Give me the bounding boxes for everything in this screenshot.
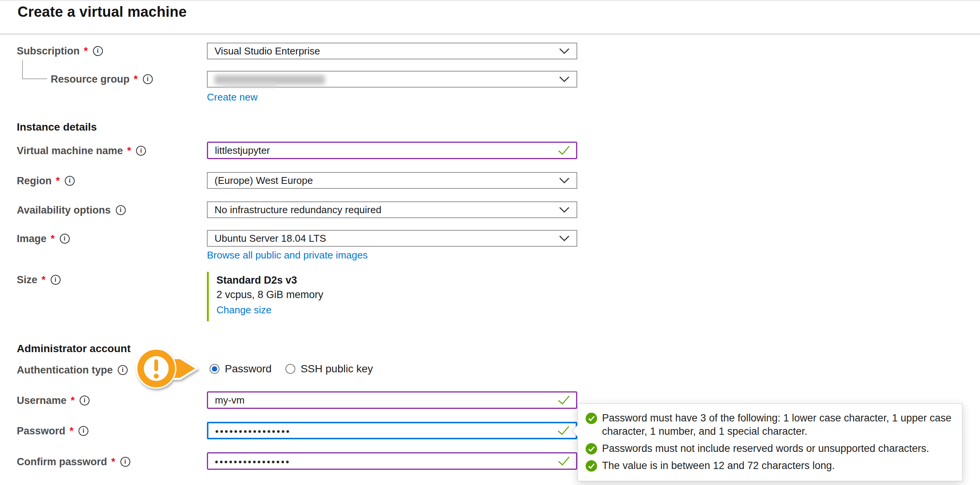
- info-icon[interactable]: i: [118, 365, 128, 375]
- vm-name-label: Virtual machine name * i: [17, 144, 146, 157]
- administrator-account-heading: Administrator account: [17, 343, 131, 355]
- chevron-down-icon: [559, 48, 570, 54]
- authentication-type-label: Authentication type i: [17, 364, 128, 377]
- required-marker: *: [84, 45, 88, 57]
- resource-group-label: Resource group * i: [51, 73, 153, 86]
- valid-check-icon: [558, 395, 570, 405]
- window-top-edge: [0, 0, 980, 1]
- username-input[interactable]: my-vm: [207, 391, 577, 409]
- size-name: Standard D2s v3: [216, 273, 474, 287]
- hierarchy-connector: [22, 78, 47, 79]
- requirement-item: Passwords must not include reserved word…: [586, 442, 953, 455]
- redacted-value: [223, 83, 276, 86]
- valid-check-icon: [558, 456, 570, 466]
- info-icon[interactable]: i: [120, 457, 130, 467]
- required-marker: *: [127, 144, 131, 157]
- required-marker: *: [111, 455, 115, 468]
- vm-name-input[interactable]: littlestjupyter: [207, 142, 577, 159]
- image-dropdown[interactable]: Ubuntu Server 18.04 LTS: [207, 230, 577, 247]
- required-marker: *: [71, 394, 75, 407]
- confirm-password-label: Confirm password * i: [17, 455, 130, 468]
- region-dropdown[interactable]: (Europe) West Europe: [207, 172, 577, 189]
- tooltip-arrow: [572, 425, 578, 437]
- info-icon[interactable]: i: [51, 275, 61, 285]
- region-label: Region * i: [17, 174, 75, 187]
- resource-group-dropdown[interactable]: [207, 71, 577, 88]
- required-marker: *: [134, 73, 138, 86]
- required-marker: *: [51, 232, 55, 245]
- browse-images-link[interactable]: Browse all public and private images: [207, 249, 368, 261]
- valid-check-icon: [557, 426, 570, 436]
- create-new-link[interactable]: Create new: [207, 91, 258, 103]
- info-icon[interactable]: i: [60, 234, 70, 244]
- image-label: Image * i: [17, 232, 70, 245]
- radio-ssh-public-key[interactable]: SSH public key: [285, 363, 373, 375]
- required-marker: *: [70, 424, 74, 437]
- change-size-link[interactable]: Change size: [216, 302, 474, 317]
- password-input[interactable]: ••••••••••••••••: [207, 422, 577, 439]
- check-circle-icon: [586, 413, 597, 424]
- info-icon[interactable]: i: [93, 46, 103, 56]
- required-marker: *: [42, 273, 46, 286]
- info-icon[interactable]: i: [116, 205, 126, 215]
- info-icon[interactable]: i: [65, 176, 75, 186]
- valid-check-icon: [558, 145, 570, 155]
- authentication-type-radio-group: Password SSH public key: [210, 363, 373, 375]
- password-label: Password * i: [17, 424, 88, 437]
- info-icon[interactable]: i: [143, 74, 153, 84]
- radio-password[interactable]: Password: [210, 363, 272, 375]
- header-divider: [0, 34, 980, 35]
- chevron-down-icon: [559, 207, 570, 213]
- size-label: Size * i: [17, 273, 61, 286]
- info-icon[interactable]: i: [136, 146, 146, 156]
- chevron-down-icon: [559, 76, 570, 82]
- confirm-password-input[interactable]: ••••••••••••••••: [207, 452, 577, 470]
- radio-selected-icon: [210, 364, 219, 374]
- requirement-item: The value is in between 12 and 72 charac…: [586, 459, 953, 472]
- create-vm-page: Create a virtual machine Subscription * …: [0, 0, 980, 485]
- chevron-down-icon: [559, 177, 570, 183]
- instance-details-heading: Instance details: [17, 121, 97, 133]
- size-specs: 2 vcpus, 8 GiB memory: [216, 287, 474, 302]
- requirement-item: Password must have 3 of the following: 1…: [586, 412, 953, 438]
- page-title: Create a virtual machine: [18, 4, 187, 20]
- info-icon[interactable]: i: [78, 426, 88, 436]
- username-label: Username * i: [17, 394, 90, 407]
- availability-options-label: Availability options i: [17, 204, 126, 217]
- check-circle-icon: [586, 443, 597, 455]
- info-icon[interactable]: i: [80, 396, 90, 405]
- subscription-dropdown[interactable]: Visual Studio Enterprise: [207, 43, 577, 59]
- warning-arrow-icon: [134, 346, 203, 394]
- chevron-down-icon: [559, 235, 570, 241]
- subscription-label: Subscription * i: [17, 45, 103, 57]
- check-circle-icon: [586, 460, 597, 472]
- radio-unselected-icon: [285, 364, 295, 374]
- hierarchy-connector: [22, 60, 23, 79]
- size-summary: Standard D2s v3 2 vcpus, 8 GiB memory Ch…: [207, 272, 474, 321]
- password-requirements-tooltip: Password must have 3 of the following: 1…: [578, 404, 962, 481]
- availability-options-dropdown[interactable]: No infrastructure redundancy required: [207, 201, 577, 218]
- required-marker: *: [56, 174, 60, 187]
